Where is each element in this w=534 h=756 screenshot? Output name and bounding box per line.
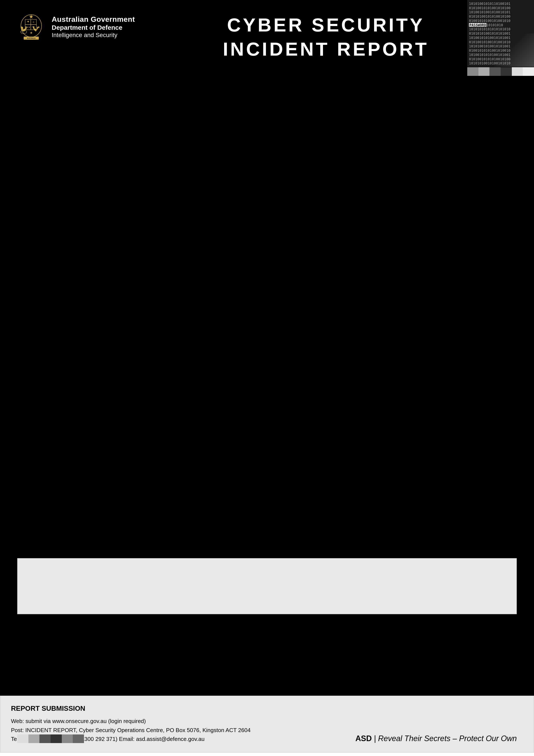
binary-row: 01001010100101001010 (469, 19, 532, 23)
color-block-b6 (73, 735, 84, 743)
color-block-6 (523, 67, 534, 76)
svg-text:AUSTRALIA: AUSTRALIA (27, 38, 36, 39)
intel-label: Intelligence and Security (52, 32, 135, 39)
hand-overlay (494, 33, 534, 67)
binary-row: PASSWORD10101010 (469, 23, 532, 27)
report-submission-box: REPORT SUBMISSION Web: submit via www.on… (0, 696, 534, 753)
color-block-1 (467, 67, 478, 76)
crest-icon: ✦ ⚔ ✦✦ ✦ AUSTRALIA (17, 13, 45, 41)
bottom-strip: REPORT SUBMISSION Web: submit via www.on… (0, 696, 534, 756)
logo-section: ✦ ⚔ ✦✦ ✦ AUSTRALIA Australian Government… (17, 13, 135, 41)
asd-tagline: ASD | Reveal Their Secrets – Protect Our… (355, 734, 517, 743)
aus-gov-label: Australian Government (52, 15, 135, 23)
header: ✦ ⚔ ✦✦ ✦ AUSTRALIA Australian Government… (0, 0, 534, 78)
org-text: Australian Government Department of Defe… (52, 13, 135, 39)
color-bar-bottom (17, 735, 84, 743)
title-line1: CYBER SECURITY (223, 14, 429, 36)
dept-label: Department of Defence (52, 24, 135, 31)
svg-text:✦: ✦ (32, 25, 35, 29)
color-block-b2 (28, 735, 39, 743)
binary-row: 10100101001010010101 (469, 10, 532, 14)
main-content (0, 76, 534, 756)
color-block-b4 (51, 735, 62, 743)
report-title: CYBER SECURITY INCIDENT REPORT (223, 14, 429, 60)
title-line2: INCIDENT REPORT (223, 38, 429, 60)
grey-box (17, 558, 517, 614)
binary-row: 10101001010110100101 (469, 2, 532, 6)
svg-text:✦: ✦ (27, 20, 30, 23)
color-block-b1 (17, 735, 28, 743)
binary-image: 10101001010110100101 0101001010100101010… (467, 0, 534, 67)
svg-text:✦✦: ✦✦ (27, 26, 30, 28)
binary-row: 01010010101001010100 (469, 6, 532, 10)
svg-text:⚔: ⚔ (32, 20, 35, 23)
report-submission-title: REPORT SUBMISSION (11, 705, 523, 713)
svg-point-2 (21, 27, 22, 28)
color-block-2 (478, 67, 490, 76)
asd-label: ASD (355, 734, 372, 743)
tagline-separator: | (372, 734, 378, 743)
color-block-3 (490, 67, 501, 76)
color-block-b5 (62, 735, 73, 743)
tagline-text: Reveal Their Secrets – Protect Our Own (378, 734, 517, 743)
color-block-4 (501, 67, 512, 76)
title-section: CYBER SECURITY INCIDENT REPORT (135, 13, 517, 60)
svg-point-3 (38, 27, 39, 28)
binary-row: 01010100101010010100 (469, 14, 532, 18)
color-bar-top (467, 67, 534, 76)
svg-marker-13 (30, 32, 33, 34)
report-submission-line2: Post: INCIDENT REPORT, Cyber Security Op… (11, 726, 523, 735)
color-block-b3 (39, 735, 51, 743)
color-block-5 (512, 67, 523, 76)
report-submission-line1: Web: submit via www.onsecure.gov.au (log… (11, 717, 523, 726)
binary-row: 10101010101010101010 (469, 27, 532, 31)
